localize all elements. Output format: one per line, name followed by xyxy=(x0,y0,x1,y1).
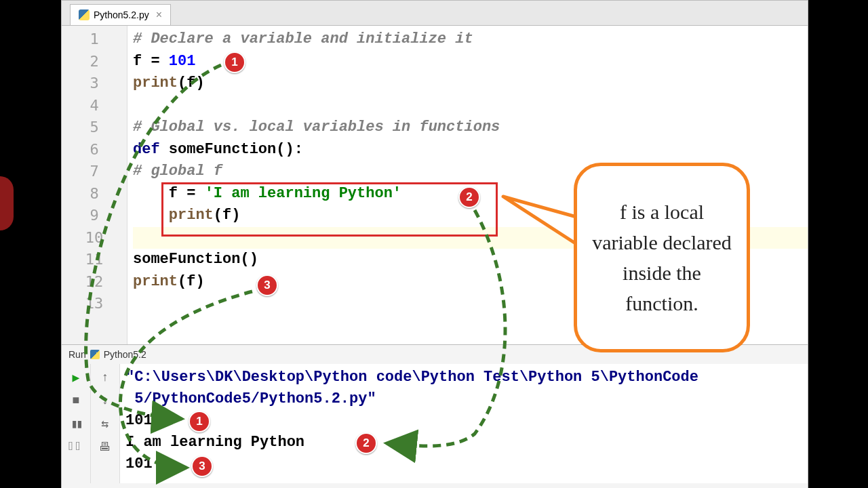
wrap-button[interactable]: ⇆ xyxy=(96,414,115,433)
badge-2: 2 xyxy=(458,186,480,208)
console-path: "C:\Users\DK\Desktop\Python code\Python … xyxy=(125,367,802,388)
run-panel: Run Python5.2 ▶ ■ ▮▮ �⃞ ↑ ↓ ⇆ 🖶 "C:\User… xyxy=(62,344,808,483)
line-gutter: 1 2 3 4 5 6 7 8 9 10 11 12 13 xyxy=(62,26,127,344)
exit-button[interactable]: �⃞ xyxy=(66,437,85,456)
python-icon xyxy=(90,350,100,359)
rerun-button[interactable]: ▶ xyxy=(66,368,85,387)
badge-1-output: 1 xyxy=(189,411,210,432)
stop-button[interactable]: ■ xyxy=(66,391,85,410)
tab-bar: Python5.2.py × xyxy=(62,1,808,26)
console-output[interactable]: "C:\Users\DK\Desktop\Python code\Python … xyxy=(120,364,808,483)
run-controls-secondary: ↑ ↓ ⇆ 🖶 xyxy=(91,364,120,483)
run-config: Python5.2 xyxy=(104,349,146,360)
up-button[interactable]: ↑ xyxy=(96,368,115,387)
run-controls-primary: ▶ ■ ▮▮ �⃞ xyxy=(62,364,91,483)
badge-3: 3 xyxy=(256,274,278,296)
file-tab[interactable]: Python5.2.py × xyxy=(70,4,171,25)
close-icon[interactable]: × xyxy=(156,9,162,21)
down-button[interactable]: ↓ xyxy=(96,391,115,410)
console-line: I am learning Python xyxy=(125,432,802,453)
youtube-edge xyxy=(0,176,14,230)
callout-bubble: f is a local variable declared inside th… xyxy=(574,163,750,352)
badge-2-output: 2 xyxy=(355,432,377,454)
tab-filename: Python5.2.py xyxy=(94,9,149,20)
callout-text: f is a local variable declared inside th… xyxy=(591,197,733,319)
console-line: 101 xyxy=(125,453,802,475)
run-label: Run xyxy=(68,349,86,360)
python-icon xyxy=(79,9,90,20)
badge-3-output: 3 xyxy=(191,455,213,477)
badge-1: 1 xyxy=(224,52,245,73)
console-path: 5/PythonCode5/Python5.2.py" xyxy=(125,388,802,410)
console-line: 101 xyxy=(125,410,802,432)
pause-button[interactable]: ▮▮ xyxy=(66,414,85,433)
print-button[interactable]: 🖶 xyxy=(96,437,115,456)
